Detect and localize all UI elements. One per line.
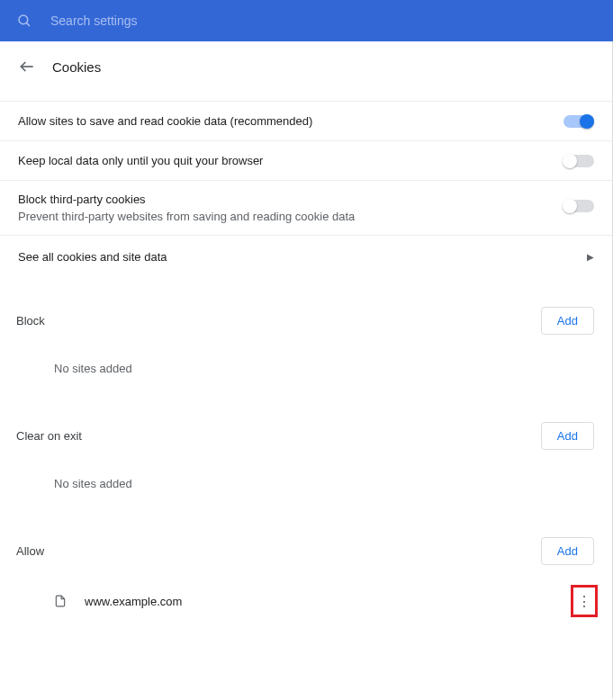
page-title: Cookies [52, 59, 101, 75]
page-header: Cookies [0, 41, 612, 101]
section-allow-header: Allow Add [0, 525, 612, 572]
site-more-button[interactable]: ⋮ [571, 585, 598, 617]
file-icon [54, 594, 67, 608]
add-block-button[interactable]: Add [541, 307, 594, 335]
see-all-cookies-link[interactable]: See all cookies and site data ▶ [0, 236, 612, 278]
svg-point-0 [19, 15, 28, 24]
chevron-right-icon: ▶ [587, 252, 594, 262]
block-empty: No sites added [0, 342, 612, 386]
setting-label: Allow sites to save and read cookie data… [18, 114, 312, 128]
setting-sublabel: Prevent third-party websites from saving… [18, 210, 355, 223]
clear-empty: No sites added [0, 457, 612, 501]
search-bar[interactable]: Search settings [0, 0, 613, 41]
section-title: Block [16, 314, 45, 328]
link-label: See all cookies and site data [18, 250, 167, 264]
section-clear-header: Clear on exit Add [0, 409, 612, 457]
setting-label: Block third-party cookies [18, 193, 355, 206]
svg-line-1 [26, 22, 30, 26]
section-block-header: Block Add [0, 294, 612, 342]
add-clear-button[interactable]: Add [541, 422, 594, 450]
toggle-allow-cookies[interactable] [563, 115, 594, 128]
toggle-keep-until-quit[interactable] [563, 155, 594, 167]
search-placeholder: Search settings [50, 13, 138, 28]
search-icon [16, 13, 32, 29]
back-icon[interactable] [18, 58, 36, 76]
more-vert-icon: ⋮ [577, 600, 591, 603]
add-allow-button[interactable]: Add [541, 537, 594, 565]
setting-keep-until-quit[interactable]: Keep local data only until you quit your… [0, 141, 612, 181]
site-name: www.example.com [85, 595, 553, 608]
section-title: Allow [16, 544, 44, 558]
setting-block-third-party[interactable]: Block third-party cookies Prevent third-… [0, 181, 612, 236]
setting-allow-cookies[interactable]: Allow sites to save and read cookie data… [0, 101, 612, 141]
allow-site-row: www.example.com ⋮ [0, 572, 612, 630]
toggle-block-third[interactable] [563, 200, 594, 212]
section-title: Clear on exit [16, 429, 82, 443]
setting-label: Keep local data only until you quit your… [18, 154, 263, 167]
